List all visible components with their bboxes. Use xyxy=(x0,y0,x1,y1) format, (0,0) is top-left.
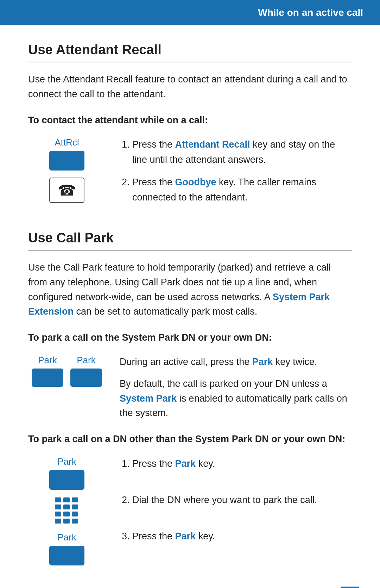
section2-subheading2: To park a call on a DN other than the Sy… xyxy=(28,432,352,446)
park-label-1: Park xyxy=(38,355,57,366)
main-content: Use Attendant Recall Use the Attendant R… xyxy=(0,25,380,588)
section-attendant-recall: Use Attendant Recall Use the Attendant R… xyxy=(28,42,352,212)
attendant-recall-link: Attendant Recall xyxy=(175,139,250,150)
keypad-dot xyxy=(63,519,70,524)
park-label-2: Park xyxy=(77,355,95,366)
keypad-icon xyxy=(53,497,81,525)
park-label-3: Park xyxy=(57,456,76,467)
page-number: 37 xyxy=(341,587,359,588)
att-rcl-label: AttRcl xyxy=(55,137,79,148)
section1-title: Use Attendant Recall xyxy=(28,42,352,62)
section2-park-left: Park Park xyxy=(28,355,106,387)
section2-other-left: Park xyxy=(28,456,106,565)
goodbye-link: Goodbye xyxy=(175,177,216,187)
park-label-4: Park xyxy=(57,532,76,543)
park-desc-2: By default, the call is parked on your D… xyxy=(120,377,352,421)
section2-subheading1: To park a call on the System Park DN or … xyxy=(28,330,352,345)
section2-step1: Press the Park key. xyxy=(132,456,352,471)
section1-instruction: AttRcl ☎ Press the Attendant Recall key … xyxy=(28,137,352,212)
section2-park-dn-right: During an active call, press the Park ke… xyxy=(120,355,352,421)
header-title: While on an active call xyxy=(258,7,363,18)
keypad-dot xyxy=(72,497,78,502)
park-button-2[interactable] xyxy=(70,369,102,387)
section2-step2: Dial the DN where you want to park the c… xyxy=(132,493,352,508)
section2-park-dn-row: Park Park During an active call, press t… xyxy=(28,355,352,421)
park-button-3[interactable] xyxy=(49,470,84,490)
section1-step2: Press the Goodbye key. The caller remain… xyxy=(132,175,352,205)
park-item-2: Park xyxy=(70,355,102,387)
park-group-4: Park xyxy=(49,532,84,565)
section2-body-post: can be set to automatically park most ca… xyxy=(74,306,257,317)
keypad-dot xyxy=(63,505,70,509)
keypad-dot xyxy=(55,497,61,502)
section1-step1: Press the Attendant Recall key and stay … xyxy=(132,137,352,167)
header-bar: While on an active call xyxy=(0,0,380,25)
park-button-4[interactable] xyxy=(49,546,84,565)
section1-steps: Press the Attendant Recall key and stay … xyxy=(120,137,352,205)
park-group-3: Park xyxy=(49,456,84,490)
park-step1-link: Park xyxy=(175,458,196,469)
park-desc-1: During an active call, press the Park ke… xyxy=(120,355,352,370)
keypad-dot xyxy=(72,512,78,516)
att-rcl-button[interactable] xyxy=(49,151,84,171)
park-button-1[interactable] xyxy=(32,369,63,387)
section2-other-right: Press the Park key. Dial the DN where yo… xyxy=(120,456,352,551)
keypad-dot xyxy=(63,497,70,502)
park-link-1: Park xyxy=(252,357,273,367)
section2-other-dn-row: Park xyxy=(28,456,352,565)
section2-body: Use the Call Park feature to hold tempor… xyxy=(28,260,352,319)
keypad-dot xyxy=(55,505,61,509)
section1-left-col: AttRcl ☎ xyxy=(28,137,106,203)
keypad-dot xyxy=(55,512,61,516)
park-item-1: Park xyxy=(32,355,63,387)
goodbye-phone-box: ☎ xyxy=(49,178,84,203)
system-park-link: System Park xyxy=(120,393,177,404)
section1-subheading: To contact the attendant while on a call… xyxy=(28,113,352,128)
section1-right-col: Press the Attendant Recall key and stay … xyxy=(120,137,352,212)
park-pair: Park Park xyxy=(32,355,102,387)
section2-other-steps: Press the Park key. Dial the DN where yo… xyxy=(120,456,352,544)
section1-body: Use the Attendant Recall feature to cont… xyxy=(28,72,352,102)
keypad-dot xyxy=(63,512,70,516)
keypad-dot xyxy=(72,505,78,509)
keypad-dot xyxy=(72,519,78,524)
phone-icon: ☎ xyxy=(58,182,76,199)
keypad-dot xyxy=(55,519,61,524)
section-call-park: Use Call Park Use the Call Park feature … xyxy=(28,230,352,565)
park-step3-link: Park xyxy=(175,531,196,541)
section2-step3: Press the Park key. xyxy=(132,529,352,544)
section2-title: Use Call Park xyxy=(28,230,352,250)
